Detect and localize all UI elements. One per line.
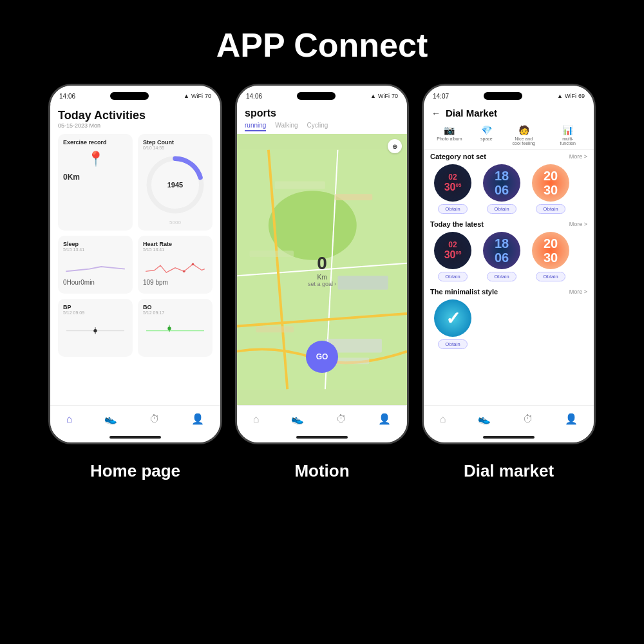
dial-item-6: 2030 Obtain <box>528 232 573 281</box>
svg-rect-16 <box>275 182 325 189</box>
motion-nav-home[interactable]: ⌂ <box>253 413 260 425</box>
home-signal-icon: ▲ <box>184 93 189 99</box>
section2-more[interactable]: More > <box>569 221 587 227</box>
back-button[interactable]: ← <box>431 108 440 118</box>
svg-rect-17 <box>335 194 373 200</box>
motion-tabs[interactable]: running Walking Cycling <box>245 122 399 131</box>
motion-phone-label: Motion <box>294 461 349 481</box>
cat-multifunction[interactable]: 📊 multi-function <box>555 125 581 146</box>
section-today-latest: Today the latest More > 023005 Obtain <box>424 218 594 285</box>
tab-cycling[interactable]: Cycling <box>307 122 328 131</box>
home-indicator <box>50 432 220 442</box>
nav-clock-icon[interactable]: ⏱ <box>149 413 160 425</box>
section1-title: Category not set <box>430 153 486 160</box>
obtain-btn-5[interactable]: Obtain <box>487 272 516 281</box>
cat-space-label: space <box>480 137 493 141</box>
cat-cool[interactable]: 🧑 Nice and cool feeling <box>511 125 536 146</box>
svg-rect-20 <box>256 327 294 333</box>
dial-home-indicator <box>424 432 594 442</box>
motion-signal: ▲ <box>370 93 376 99</box>
motion-wifi: WiFi <box>378 93 390 99</box>
step-circle-container: 1945 <box>143 153 207 217</box>
svg-rect-19 <box>337 276 388 290</box>
home-date: 05-15-2023 Mon <box>58 122 213 129</box>
dial-signal: ▲ <box>557 93 563 99</box>
dial-item-5: 1806 Obtain <box>479 232 524 281</box>
locate-button[interactable]: ⊕ <box>388 139 402 153</box>
step-goal: 5000 <box>143 220 207 225</box>
dial-nav-clock[interactable]: ⏱ <box>523 413 533 425</box>
bp-graph <box>63 323 128 334</box>
obtain-btn-4[interactable]: Obtain <box>438 272 468 281</box>
dial-time: 14:07 <box>433 93 449 100</box>
motion-phone: 14:06 ▲ WiFi 70 sports running Walking C… <box>235 84 409 444</box>
dial-item-2: 1806 Obtain <box>479 164 524 214</box>
dial-nav-home[interactable]: ⌂ <box>440 413 446 425</box>
dial-face-7[interactable]: ✓ <box>434 299 471 337</box>
home-bottom-nav[interactable]: ⌂ 👟 ⏱ 👤 <box>50 405 220 432</box>
tab-running[interactable]: running <box>245 122 266 131</box>
home-page-title: Today Activities <box>58 109 213 122</box>
sleep-graph <box>63 260 128 274</box>
cat-photo-album[interactable]: 📷 Photo album <box>437 125 462 146</box>
location-icon: 📍 <box>87 151 104 167</box>
dial-phone-label: Dial market <box>464 461 554 481</box>
obtain-btn-2[interactable]: Obtain <box>487 204 516 214</box>
dial-battery: 69 <box>578 93 585 99</box>
dial-face-2[interactable]: 1806 <box>483 164 520 202</box>
dial-status-bar: 14:07 ▲ WiFi 69 <box>424 86 594 104</box>
motion-battery: 70 <box>392 93 398 99</box>
svg-point-11 <box>269 191 357 260</box>
dial-phone-wrapper: 14:07 ▲ WiFi 69 ← Dial Market 📷 <box>422 84 596 481</box>
heart-rate-card: Heart Rate 5/15 13:41 109 bpm <box>138 236 213 294</box>
section-minimalist: The minimalist style More > ✓ Obtain <box>424 285 594 353</box>
section3-more[interactable]: More > <box>569 289 587 295</box>
dial-nav-user[interactable]: 👤 <box>565 413 578 425</box>
home-battery-icon: 70 <box>205 93 211 99</box>
motion-home-indicator <box>237 432 407 442</box>
dial-item-1: 023005 Obtain <box>430 164 475 214</box>
obtain-btn-3[interactable]: Obtain <box>536 204 565 214</box>
motion-header: sports running Walking Cycling <box>237 104 407 134</box>
exercise-card: Exercise record 📍 0Km <box>58 134 133 231</box>
dial-title: Dial Market <box>446 108 497 118</box>
motion-nav-activity[interactable]: 👟 <box>291 413 304 425</box>
km-value: 0 <box>308 252 336 273</box>
svg-rect-18 <box>250 251 294 257</box>
obtain-btn-6[interactable]: Obtain <box>536 272 565 281</box>
section1-items: 023005 Obtain 1806 Obtain <box>430 164 587 214</box>
go-button[interactable]: GO <box>306 341 338 373</box>
dial-categories: 📷 Photo album 💎 space 🧑 Nice and cool fe… <box>424 121 594 150</box>
sleep-card: Sleep 5/15 13:41 0Hour0min <box>58 236 133 294</box>
dial-face-3[interactable]: 2030 <box>532 164 569 202</box>
km-overlay: 0 Km set a goal › <box>308 252 336 287</box>
dial-bottom-nav[interactable]: ⌂ 👟 ⏱ 👤 <box>424 405 594 432</box>
motion-nav-clock[interactable]: ⏱ <box>336 413 346 425</box>
dial-nav-activity[interactable]: 👟 <box>478 413 491 425</box>
nav-activity-icon[interactable]: 👟 <box>104 413 117 425</box>
nav-home-icon[interactable]: ⌂ <box>66 413 73 425</box>
obtain-btn-1[interactable]: Obtain <box>438 204 468 214</box>
dial-face-1[interactable]: 023005 <box>434 164 471 202</box>
photo-icon: 📷 <box>444 125 455 135</box>
cat-space[interactable]: 💎 space <box>480 125 493 146</box>
step-count-card: Step Count 0/10 14:55 1945 5000 <box>138 134 213 231</box>
home-phone-label: Home page <box>90 461 180 481</box>
set-goal[interactable]: set a goal › <box>308 280 336 287</box>
nav-user-icon[interactable]: 👤 <box>191 413 204 425</box>
dial-face-4[interactable]: 023005 <box>434 232 471 269</box>
motion-bottom-nav[interactable]: ⌂ 👟 ⏱ 👤 <box>237 405 407 432</box>
dial-face-5[interactable]: 1806 <box>483 232 520 269</box>
section1-more[interactable]: More > <box>569 153 587 160</box>
cat-photo-label: Photo album <box>437 137 462 141</box>
dial-face-6[interactable]: 2030 <box>532 232 569 269</box>
dial-header: ← Dial Market <box>424 104 594 121</box>
dial-item-4: 023005 Obtain <box>430 232 475 281</box>
dial-wifi: WiFi <box>565 93 576 99</box>
obtain-btn-7[interactable]: Obtain <box>438 339 468 349</box>
section2-title: Today the latest <box>430 220 484 228</box>
tab-walking[interactable]: Walking <box>275 122 298 131</box>
dial-scroll-area[interactable]: Category not set More > 023005 Obtain <box>424 150 594 405</box>
motion-nav-user[interactable]: 👤 <box>378 413 391 425</box>
bo-card: BO 5/12 09:17 <box>138 299 213 357</box>
